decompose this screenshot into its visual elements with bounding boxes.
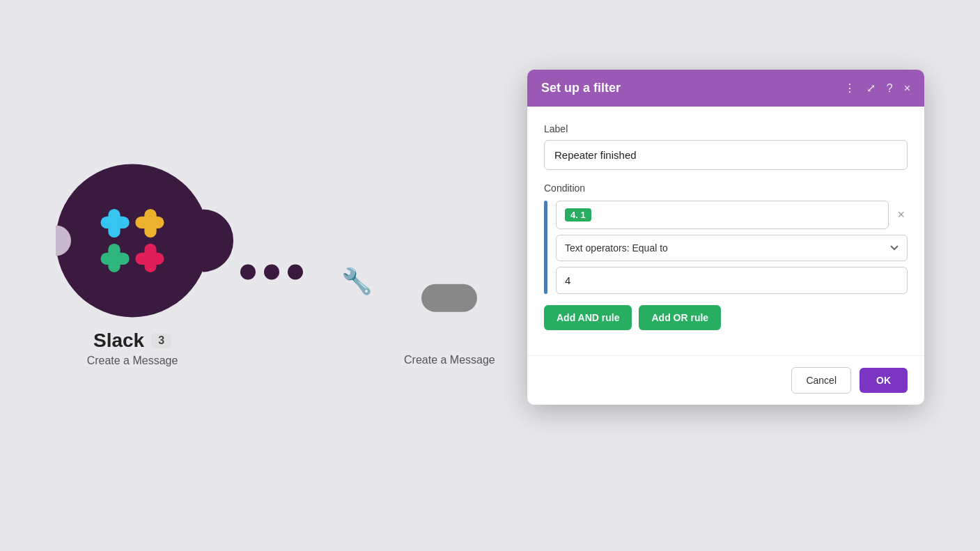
- add-or-rule-button[interactable]: Add OR rule: [639, 305, 721, 330]
- modal-help-button[interactable]: ?: [887, 82, 893, 95]
- modal-body: Label Condition 4. 1: [527, 107, 924, 355]
- cancel-button[interactable]: Cancel: [791, 367, 851, 394]
- add-and-rule-button[interactable]: Add AND rule: [544, 305, 632, 330]
- condition-clear-button[interactable]: ×: [894, 205, 908, 225]
- label-input[interactable]: [544, 140, 908, 170]
- condition-section: Condition 4. 1 ×: [544, 183, 908, 330]
- ok-button[interactable]: OK: [860, 368, 908, 393]
- condition-content: 4. 1 × Text operators: Equal to Text ope…: [547, 201, 908, 294]
- filter-modal: Set up a filter ⋮ ⤢ ? × Label Condition: [527, 70, 924, 405]
- modal-footer: Cancel OK: [527, 355, 924, 405]
- modal-title: Set up a filter: [541, 81, 621, 95]
- field-tag: 4. 1: [565, 208, 591, 222]
- label-field-label: Label: [544, 123, 908, 134]
- operator-select[interactable]: Text operators: Equal to Text operators:…: [556, 235, 908, 261]
- modal-expand-button[interactable]: ⤢: [866, 82, 876, 95]
- condition-label: Condition: [544, 183, 908, 194]
- condition-row: 4. 1 × Text operators: Equal to Text ope…: [544, 201, 908, 294]
- modal-header-icons: ⋮ ⤢ ? ×: [844, 82, 910, 95]
- modal-close-button[interactable]: ×: [904, 82, 910, 95]
- condition-field-row: 4. 1 ×: [556, 201, 908, 229]
- modal-overlay: Set up a filter ⋮ ⤢ ? × Label Condition: [0, 0, 980, 551]
- modal-menu-button[interactable]: ⋮: [844, 82, 855, 95]
- rule-buttons: Add AND rule Add OR rule: [544, 305, 908, 330]
- canvas: Slack 3 Create a Message 🔧 Create a Mess…: [0, 0, 980, 551]
- condition-field-input[interactable]: 4. 1: [556, 201, 889, 229]
- label-section: Label: [544, 123, 908, 183]
- condition-value-input[interactable]: [556, 267, 908, 294]
- modal-header: Set up a filter ⋮ ⤢ ? ×: [527, 70, 924, 107]
